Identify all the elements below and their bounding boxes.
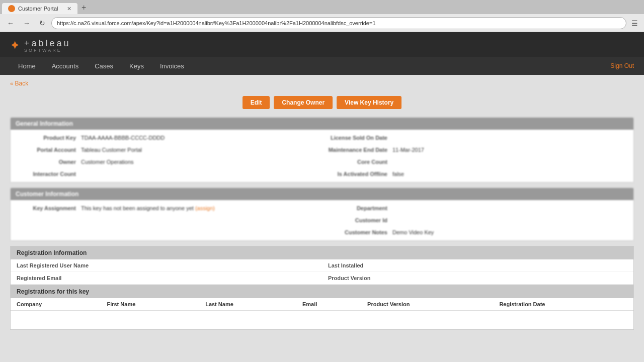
nav-item-home[interactable]: Home (10, 58, 44, 74)
change-owner-button[interactable]: Change Owner (274, 96, 333, 109)
forward-button[interactable]: → (20, 18, 33, 29)
col-registration-date: Registration Date (493, 298, 633, 311)
portal-account-label: Portal Account (11, 146, 81, 154)
nav-item-cases[interactable]: Cases (87, 58, 121, 74)
key-assignment-value: This key has not been assigned to anyone… (81, 204, 322, 212)
col-product-version: Product Version (361, 298, 493, 311)
customer-info-section: Customer Information Key Assignment This… (10, 188, 634, 241)
table-body (11, 311, 633, 329)
department-value (392, 204, 633, 212)
col-email: Email (296, 298, 361, 311)
interactor-count-label: Interactor Count (11, 170, 81, 178)
registrations-table-header: Registrations for this key (11, 285, 633, 298)
nav-item-invoices[interactable]: Invoices (152, 58, 192, 74)
view-key-history-button[interactable]: View Key History (337, 96, 401, 109)
maintenance-end-label: Maintenance End Date (322, 146, 392, 154)
last-registered-user-label: Last Registered User Name (17, 262, 89, 268)
nav-sign-out[interactable]: Sign Out (610, 62, 634, 69)
close-tab-button[interactable]: ✕ (67, 6, 71, 12)
tab-title: Customer Portal (18, 6, 58, 12)
nav-bar: Home Accounts Cases Keys Invoices Sign O… (0, 57, 644, 75)
interactor-count-value (81, 170, 322, 178)
customer-info-header: Customer Information (11, 188, 633, 200)
new-tab-button[interactable]: + (77, 1, 90, 14)
address-bar[interactable] (51, 17, 626, 29)
table-header-row: Company First Name Last Name Email Produ… (11, 298, 633, 311)
core-count-value (392, 158, 633, 166)
tab-favicon (8, 5, 15, 12)
key-assignment-label: Key Assignment (11, 204, 81, 212)
browser-tab[interactable]: Customer Portal ✕ (2, 3, 77, 14)
customer-info-body: Key Assignment This key has not been ass… (11, 200, 633, 240)
registration-info-body: Last Registered User Name Last Installed… (11, 259, 633, 285)
maintenance-end-value: 11-Mar-2017 (392, 146, 633, 154)
customer-id-label: Customer Id (322, 216, 392, 224)
is-activated-offline-value: false (392, 170, 633, 178)
product-key-value: TDAA-AAAA-BBBB-CCCC-DDDD (81, 134, 322, 142)
action-buttons: Edit Change Owner View Key History (10, 96, 634, 109)
nav-item-keys[interactable]: Keys (121, 58, 152, 74)
back-button[interactable]: ← (4, 18, 17, 29)
browser-menu-button[interactable]: ☰ (629, 18, 640, 28)
registration-info-header: Registration Information (11, 246, 633, 259)
product-version-label: Product Version (328, 275, 370, 281)
registration-info-section: Registration Information Last Registered… (10, 246, 634, 285)
logo: ✦ +ableau SOFTWARE (10, 38, 634, 53)
customer-id-value (392, 216, 633, 224)
department-label: Department (322, 204, 392, 212)
owner-value: Customer Operations (81, 158, 322, 166)
logo-text: +ableau (24, 38, 71, 49)
core-count-label: Core Count (322, 158, 392, 166)
general-info-body: Product Key TDAA-AAAA-BBBB-CCCC-DDDD Lic… (11, 130, 633, 182)
table-empty-row (11, 311, 633, 329)
general-info-section: General Information Product Key TDAA-AAA… (10, 117, 634, 183)
customer-notes-label: Customer Notes (322, 228, 392, 236)
registrations-table: Company First Name Last Name Email Produ… (11, 298, 633, 329)
general-info-header: General Information (11, 118, 633, 130)
edit-button[interactable]: Edit (243, 96, 270, 109)
app-header: ✦ +ableau SOFTWARE Home Accounts Cases K… (0, 32, 644, 75)
is-activated-offline-label: Is Activated Offline (322, 170, 392, 178)
logo-icon: ✦ (10, 39, 19, 52)
customer-notes-value: Demo Video Key (392, 228, 633, 236)
owner-label: Owner (11, 158, 81, 166)
product-key-label: Product Key (11, 134, 81, 142)
col-company: Company (11, 298, 101, 311)
last-installed-label: Last Installed (328, 262, 363, 268)
license-sold-label: License Sold On Date (322, 134, 392, 142)
portal-account-value: Tableau Customer Portal (81, 146, 322, 154)
back-link[interactable]: Back (15, 80, 28, 87)
refresh-button[interactable]: ↻ (36, 18, 48, 29)
nav-item-accounts[interactable]: Accounts (44, 58, 87, 74)
license-sold-value (392, 134, 633, 142)
registrations-table-section: Registrations for this key Company First… (10, 285, 634, 330)
registered-email-label: Registered Email (17, 275, 61, 281)
col-last-name: Last Name (199, 298, 296, 311)
col-first-name: First Name (101, 298, 199, 311)
assign-link[interactable]: (assign) (195, 205, 215, 211)
